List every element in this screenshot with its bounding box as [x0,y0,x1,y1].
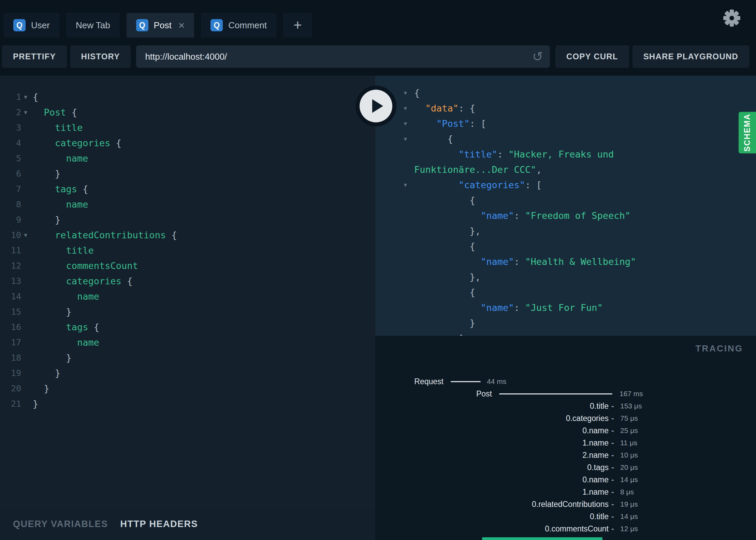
gutter-spacer [382,315,407,331]
gutter-spacer [21,243,30,258]
response-pane[interactable]: ▾{▾ "data": {▾ "Post": [▾ { "title": "Ha… [375,76,756,336]
graphql-playground-window: QUserNew TabQPost×QComment + PRETTIFY HI… [0,0,756,540]
editor-line: 20 } [0,381,375,396]
schema-tab[interactable]: SCHEMA [739,112,756,153]
code-text: name [33,289,99,304]
tab-post[interactable]: QPost× [127,13,194,38]
tab-new-tab[interactable]: New Tab [66,13,120,38]
tracing-dash: - [611,400,614,412]
editor-line: 17 name [0,335,375,350]
gutter-spacer [21,197,30,212]
fold-arrow-icon[interactable]: ▾ [382,177,407,193]
tracing-time: 75 μs [620,412,638,424]
code-text: name [33,151,88,166]
tracing-dash: - [611,474,614,486]
fold-arrow-icon[interactable]: ▾ [21,227,30,243]
gutter-spacer [21,381,30,396]
line-number: 5 [0,151,21,166]
response-line: ] [375,331,756,336]
tracing-bar [499,393,612,394]
tracing-bar [451,381,481,382]
tracing-dash: - [611,498,614,510]
gutter-spacer [21,212,30,227]
editor-line: 4 categories { [0,135,375,151]
code-text: commentsCount [33,258,138,273]
tracing-row: 0.commentsCount-12 μs [375,523,756,535]
response-line: "name": "Health & Wellbeing" [375,254,756,269]
line-number: 14 [0,289,21,304]
gutter-spacer [21,151,30,166]
tracing-row: 0.tags-20 μs [375,461,756,474]
query-variables-tab[interactable]: QUERY VARIABLES [13,519,108,529]
response-line: }, [375,223,756,239]
line-number: 9 [0,212,21,227]
query-editor-pane[interactable]: 1▾{2▾ Post {3 title4 categories {5 name6… [0,76,375,508]
editor-line: 10▾ relatedContributions { [0,227,375,243]
tracing-time: 20 μs [620,461,638,474]
tab-user[interactable]: QUser [4,13,59,38]
code-text: "title": "Hacker, Freaks und [414,147,614,162]
tracing-title: TRACING [696,343,743,354]
history-button[interactable]: HISTORY [70,45,131,68]
prettify-button[interactable]: PRETTIFY [2,45,67,68]
reload-icon[interactable]: ↺ [532,50,543,63]
tracing-dash: - [611,461,614,474]
editor-line: 18 } [0,350,375,365]
editor-line: 2▾ Post { [0,105,375,120]
editor-line: 15 } [0,304,375,319]
line-number: 20 [0,381,21,396]
response-line: { [375,285,756,300]
tracing-time: 10 μs [620,449,638,461]
tab-comment[interactable]: QComment [201,13,276,38]
fold-arrow-icon[interactable]: ▾ [382,131,407,147]
copy-curl-button[interactable]: COPY CURL [555,45,629,68]
response-line: "name": "Freedom of Speech" [375,208,756,223]
tracing-label: 0.title [590,510,609,523]
code-text: } [33,166,60,181]
response-line: { [375,239,756,254]
tracing-label: 0.commentsCount [545,523,609,535]
tracing-time: 12 μs [620,523,638,535]
code-text: "Post": [ [414,116,486,131]
tracing-row: Post167 ms [375,388,756,400]
tab-label: User [31,20,50,31]
code-text: }, [414,269,481,285]
editor-bottom-bar: QUERY VARIABLES HTTP HEADERS [0,508,375,540]
tracing-row: 1.name-8 μs [375,486,756,498]
fold-arrow-icon[interactable]: ▾ [21,89,30,105]
execute-query-button[interactable] [355,86,396,126]
code-text: tags { [33,319,99,335]
line-number: 11 [0,243,21,258]
tracing-row: Request44 ms [375,375,756,388]
response-line: "title": "Hacker, Freaks und [375,147,756,162]
code-text: { [414,239,475,254]
tracing-row: 0.relatedContributions-19 μs [375,498,756,510]
response-line: ▾ { [375,131,756,147]
tab-label: Comment [228,20,267,31]
gutter-spacer [21,319,30,335]
tracing-label: Request [414,375,444,388]
tracing-time: 8 μs [620,486,634,498]
add-tab-button[interactable]: + [283,13,312,38]
fold-arrow-icon[interactable]: ▾ [21,105,30,120]
editor-line: 11 title [0,243,375,258]
tracing-dash: - [611,486,614,498]
close-tab-icon[interactable]: × [178,20,185,31]
code-text: categories { [33,135,121,151]
editor-line: 3 title [0,120,375,135]
tracing-label: 1.name [582,437,609,449]
gutter-spacer [21,335,30,350]
url-input[interactable]: http://localhost:4000/ ↺ [136,45,550,68]
http-headers-tab[interactable]: HTTP HEADERS [120,519,198,529]
share-playground-button[interactable]: SHARE PLAYGROUND [633,45,749,68]
tab-label: New Tab [76,20,110,31]
settings-gear-icon[interactable] [723,9,741,27]
response-line: ▾ "categories": [ [375,177,756,193]
code-text: { [414,85,420,101]
code-text: } [33,212,60,227]
tracing-row: 2.name-10 μs [375,449,756,461]
line-number: 8 [0,197,21,212]
query-type-icon: Q [136,19,148,31]
tracing-label: 0.relatedContributions [532,498,609,510]
tab-list: QUserNew TabQPost×QComment [4,13,276,38]
